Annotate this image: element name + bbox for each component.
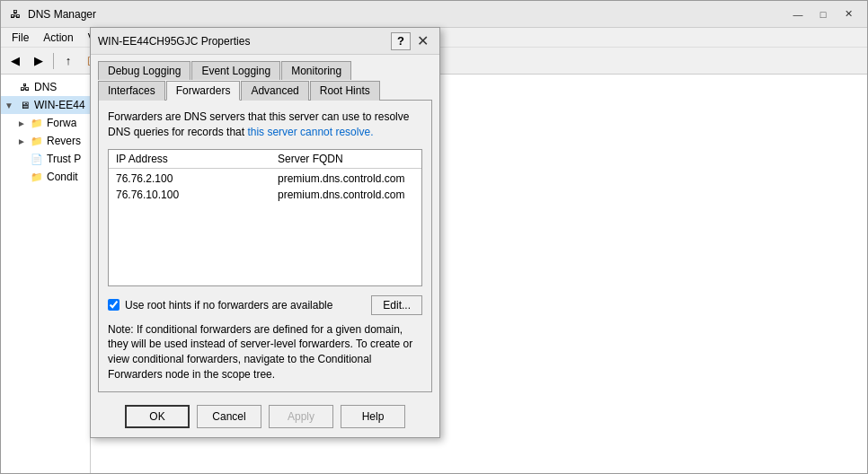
tree-panel: 🖧 DNS ▼ 🖥 WIN-EE44 ► 📁 Forwa ► 📁 Revers … [1,75,91,473]
tree-label-server: WIN-EE44 [34,99,85,111]
folder-fw-icon: 📁 [30,116,44,130]
note-text: Note: If conditional forwarders are defi… [108,322,422,382]
tree-item-forwarders[interactable]: ► 📁 Forwa [1,114,90,132]
tab-root-hints[interactable]: Root Hints [310,81,380,101]
root-hints-label[interactable]: Use root hints if no forwarders are avai… [125,299,332,312]
tree-item-conditional[interactable]: 📁 Condit [1,168,90,186]
tabs-row-1: Debug Logging Event Logging Monitoring [98,60,432,79]
root-hints-checkbox[interactable] [108,299,120,311]
properties-dialog: WIN-EE44CH95GJC Properties ? ✕ Debug Log… [90,27,440,438]
back-button[interactable]: ◀ [4,51,26,71]
dialog-title: WIN-EE44CH95GJC Properties [98,35,391,48]
table-row[interactable]: 76.76.2.100 premium.dns.controld.com [109,171,421,187]
tree-label-dns: DNS [34,81,57,93]
tab-forwarders[interactable]: Forwarders [166,81,241,101]
app-icon: 🖧 [8,7,22,22]
title-bar-controls: — □ ✕ [786,5,860,23]
menu-file[interactable]: File [4,30,36,46]
tab-debug-logging[interactable]: Debug Logging [98,61,190,80]
tree-label-trust: Trust P [47,153,81,165]
toolbar-separator-1 [53,53,54,69]
dialog-title-controls: ? ✕ [391,32,432,50]
apply-button[interactable]: Apply [269,405,333,428]
forwarders-desc-link[interactable]: this server cannot resolve. [247,126,373,138]
trust-icon: 📄 [30,152,44,166]
col-header-fqdn: Server FQDN [278,153,343,165]
checkbox-row: Use root hints if no forwarders are avai… [108,295,422,315]
tab-advanced[interactable]: Advanced [241,81,308,101]
cond-icon: 📁 [30,170,44,184]
minimize-button[interactable]: — [786,5,810,23]
up-button[interactable]: ↑ [58,51,79,71]
dialog-close-button[interactable]: ✕ [412,32,432,50]
edit-button[interactable]: Edit... [371,295,422,315]
tree-item-trust[interactable]: 📄 Trust P [1,150,90,168]
tree-item-server[interactable]: ▼ 🖥 WIN-EE44 [1,96,90,114]
main-title: DNS Manager [28,8,786,21]
tab-interfaces[interactable]: Interfaces [98,81,165,101]
dialog-buttons: OK Cancel Apply Help [91,399,439,437]
expand-icon-fw: ► [17,118,30,128]
note-content: Note: If conditional forwarders are defi… [108,323,412,381]
table-row[interactable]: 76.76.10.100 premium.dns.controld.com [109,187,421,203]
tabs-row-2: Interfaces Forwarders Advanced Root Hint… [98,80,432,100]
tree-item-reverse[interactable]: ► 📁 Revers [1,132,90,150]
dialog-help-icon[interactable]: ? [391,32,411,50]
tree-label-forwarders: Forwa [47,117,76,129]
fqdn-cell-1: premium.dns.controld.com [278,172,404,185]
tab-event-logging[interactable]: Event Logging [191,61,280,80]
dns-icon: 🖧 [17,80,31,94]
dialog-title-bar: WIN-EE44CH95GJC Properties ? ✕ [91,28,439,55]
tree-label-reverse: Revers [47,135,81,147]
forward-button[interactable]: ▶ [28,51,49,71]
main-title-bar: 🖧 DNS Manager — □ ✕ [1,1,867,28]
tree-item-dns[interactable]: 🖧 DNS [1,78,90,96]
col-header-ip: IP Address [116,153,278,165]
ip-cell-2: 76.76.10.100 [116,189,278,201]
help-button[interactable]: Help [341,405,405,428]
ip-table: IP Address Server FQDN 76.76.2.100 premi… [108,149,422,286]
expand-icon-server: ▼ [4,101,17,110]
forwarders-description: Forwarders are DNS servers that this ser… [108,110,422,140]
ip-table-rows: 76.76.2.100 premium.dns.controld.com 76.… [109,169,421,285]
server-icon: 🖥 [17,98,31,112]
close-button[interactable]: ✕ [837,5,860,23]
expand-icon-rev: ► [17,136,30,146]
fqdn-cell-2: premium.dns.controld.com [278,189,404,201]
ok-button[interactable]: OK [125,405,190,428]
dialog-content: Forwarders are DNS servers that this ser… [98,100,432,392]
tab-monitoring[interactable]: Monitoring [281,61,351,80]
ip-table-header: IP Address Server FQDN [109,150,421,169]
cancel-button[interactable]: Cancel [197,405,261,428]
maximize-button[interactable]: □ [811,5,835,23]
tree-label-conditional: Condit [47,171,78,183]
menu-action[interactable]: Action [36,30,80,46]
tabs-container: Debug Logging Event Logging Monitoring I… [91,55,439,100]
folder-rev-icon: 📁 [30,134,44,148]
ip-cell-1: 76.76.2.100 [116,172,278,185]
